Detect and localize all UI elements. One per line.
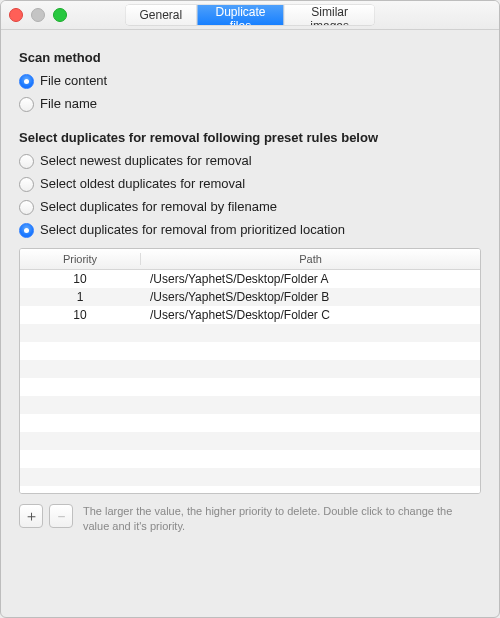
add-button[interactable]: ＋ — [19, 504, 43, 528]
add-remove-buttons: ＋ － — [19, 504, 73, 528]
table-row[interactable]: 10/Users/YaphetS/Desktop/Folder C — [20, 306, 480, 324]
priority-table: Priority Path 10/Users/YaphetS/Desktop/F… — [19, 248, 481, 494]
radio-label: File name — [40, 94, 97, 114]
radio-icon — [19, 223, 34, 238]
zoom-icon[interactable] — [53, 8, 67, 22]
table-row — [20, 396, 480, 414]
table-row — [20, 450, 480, 468]
table-row — [20, 342, 480, 360]
rule-option-filename[interactable]: Select duplicates for removal by filenam… — [19, 197, 481, 217]
radio-icon — [19, 154, 34, 169]
minimize-icon — [31, 8, 45, 22]
cell-path: /Users/YaphetS/Desktop/Folder B — [140, 290, 480, 304]
close-icon[interactable] — [9, 8, 23, 22]
radio-icon — [19, 74, 34, 89]
table-header: Priority Path — [20, 249, 480, 270]
header-path[interactable]: Path — [141, 253, 480, 265]
table-row — [20, 468, 480, 486]
table-row — [20, 378, 480, 396]
radio-icon — [19, 97, 34, 112]
plus-icon: ＋ — [24, 507, 39, 526]
rule-option-oldest[interactable]: Select oldest duplicates for removal — [19, 174, 481, 194]
rules-title: Select duplicates for removal following … — [19, 130, 481, 145]
table-row — [20, 414, 480, 432]
window-controls — [9, 8, 67, 22]
cell-path: /Users/YaphetS/Desktop/Folder C — [140, 308, 480, 322]
rule-option-newest[interactable]: Select newest duplicates for removal — [19, 151, 481, 171]
radio-icon — [19, 177, 34, 192]
scan-option-file-name[interactable]: File name — [19, 94, 481, 114]
tab-segmented-control: General Duplicate files Similar images — [126, 5, 375, 25]
radio-label: File content — [40, 71, 107, 91]
table-row[interactable]: 1/Users/YaphetS/Desktop/Folder B — [20, 288, 480, 306]
radio-label: Select newest duplicates for removal — [40, 151, 252, 171]
cell-priority: 1 — [20, 290, 140, 304]
scan-option-file-content[interactable]: File content — [19, 71, 481, 91]
minus-icon: － — [54, 507, 69, 526]
table-row — [20, 432, 480, 450]
titlebar: General Duplicate files Similar images — [1, 1, 499, 30]
table-row — [20, 486, 480, 493]
content-area: Scan method File content File name Selec… — [1, 30, 499, 546]
table-body: 10/Users/YaphetS/Desktop/Folder A1/Users… — [20, 270, 480, 493]
table-row[interactable]: 10/Users/YaphetS/Desktop/Folder A — [20, 270, 480, 288]
table-footer: ＋ － The larger the value, the higher pri… — [19, 504, 481, 534]
radio-icon — [19, 200, 34, 215]
radio-label: Select duplicates for removal from prior… — [40, 220, 345, 240]
cell-priority: 10 — [20, 308, 140, 322]
rule-option-location[interactable]: Select duplicates for removal from prior… — [19, 220, 481, 240]
cell-priority: 10 — [20, 272, 140, 286]
tab-duplicate-files[interactable]: Duplicate files — [197, 5, 285, 25]
radio-label: Select duplicates for removal by filenam… — [40, 197, 277, 217]
preferences-window: General Duplicate files Similar images S… — [0, 0, 500, 618]
footer-hint: The larger the value, the higher priorit… — [83, 504, 481, 534]
scan-method-title: Scan method — [19, 50, 481, 65]
radio-label: Select oldest duplicates for removal — [40, 174, 245, 194]
remove-button[interactable]: － — [49, 504, 73, 528]
table-row — [20, 324, 480, 342]
table-row — [20, 360, 480, 378]
tab-general[interactable]: General — [126, 5, 198, 25]
tab-similar-images[interactable]: Similar images — [285, 5, 375, 25]
header-priority[interactable]: Priority — [20, 253, 141, 265]
cell-path: /Users/YaphetS/Desktop/Folder A — [140, 272, 480, 286]
